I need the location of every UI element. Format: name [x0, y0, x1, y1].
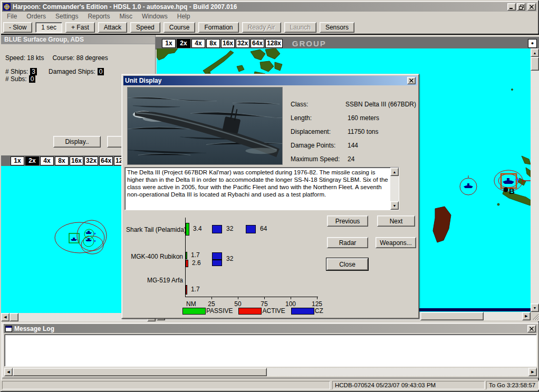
- zoom-2x-button[interactable]: 2x: [25, 156, 39, 165]
- sensor-name: MGK-400 Rubikon: [126, 253, 183, 260]
- message-log-close-button[interactable]: [527, 325, 536, 332]
- scroll-down-icon[interactable]: ▼: [531, 303, 539, 312]
- description-scrollbar[interactable]: ▲ ▼: [390, 168, 399, 210]
- close-button[interactable]: [527, 3, 536, 11]
- group-map-title: GROUP: [292, 39, 326, 48]
- legend-label: CZ: [315, 307, 323, 315]
- restore-button[interactable]: [517, 3, 525, 11]
- zoom-64x-button[interactable]: 64x: [251, 39, 264, 48]
- range-bar-active: [186, 285, 187, 295]
- menu-settings[interactable]: Settings: [51, 12, 83, 21]
- svg-text:»: »: [93, 239, 96, 243]
- message-log-window: Message Log ◀ ▶: [2, 322, 539, 378]
- toolbar-attack-button[interactable]: Attack: [98, 22, 127, 33]
- resize-grip[interactable]: [531, 312, 539, 320]
- close-icon: [530, 327, 534, 331]
- menu-misc[interactable]: Misc: [114, 12, 137, 21]
- minimize-icon: [509, 5, 514, 9]
- range-bar-passive: [186, 252, 187, 259]
- message-log-hscroll-thumb[interactable]: [13, 368, 267, 376]
- zoom-128x-button[interactable]: 128x: [265, 39, 283, 48]
- minimize-button[interactable]: [507, 3, 516, 11]
- zoom-32x-button[interactable]: 32x: [236, 39, 249, 48]
- group-map-vscroll-thumb[interactable]: [531, 57, 539, 71]
- message-log-title-text: Message Log: [14, 325, 54, 332]
- range-bar-passive: [186, 223, 189, 236]
- scroll-up-icon[interactable]: ▲: [390, 168, 399, 176]
- cz-range-box: [246, 225, 256, 233]
- zoom-4x-button[interactable]: 4x: [191, 39, 205, 48]
- group-panel-title: BLUE Surface Group, ADS: [1, 35, 155, 44]
- toolbar-formation-button[interactable]: Formation: [198, 22, 238, 33]
- display-button[interactable]: Display..: [53, 136, 101, 148]
- stat-value: SSBN Delta III (667BDR): [345, 101, 416, 108]
- chart-tick: 25: [205, 300, 218, 308]
- radar-button[interactable]: Radar: [327, 237, 368, 248]
- unit-display-dialog: Unit Display: [121, 74, 419, 319]
- range-value: 2.6: [192, 259, 201, 267]
- zoom-1x-button[interactable]: 1x: [162, 39, 176, 48]
- toolbar-sensors-button[interactable]: Sensors: [320, 22, 354, 33]
- scroll-right-icon[interactable]: ▶: [528, 368, 537, 376]
- group-map-vscrollbar[interactable]: ▲ ▼: [531, 48, 539, 312]
- menu-help[interactable]: Help: [172, 12, 195, 21]
- cz-range-value: 32: [226, 225, 233, 232]
- scroll-left-icon[interactable]: ◀: [1, 313, 9, 321]
- legend-swatch: [182, 308, 206, 315]
- zoom-8x-button[interactable]: 8x: [55, 156, 69, 165]
- toolbar: - Slow1 sec+ FastAttackSpeedCourseFormat…: [2, 21, 537, 34]
- message-log-titlebar[interactable]: Message Log: [4, 324, 537, 333]
- toolbar-speed-button[interactable]: Speed: [130, 22, 160, 33]
- scroll-right-icon[interactable]: ▶: [522, 312, 531, 320]
- zoom-64x-button[interactable]: 64x: [99, 156, 113, 165]
- zoom-16x-button[interactable]: 16x: [221, 39, 235, 48]
- chart-tick: 125: [310, 300, 324, 308]
- unit-dialog-titlebar[interactable]: Unit Display: [123, 76, 417, 85]
- dialog-close-button[interactable]: [407, 77, 416, 84]
- menu-reports[interactable]: Reports: [83, 12, 114, 21]
- cz-range-box: [212, 252, 222, 266]
- toolbar-slow-button[interactable]: - Slow: [3, 22, 32, 33]
- weapons-button[interactable]: Weapons...: [376, 237, 416, 248]
- stat-value: 144: [348, 142, 358, 149]
- chart-axis: [238, 297, 238, 299]
- left-map-hscroll-thumb[interactable]: [9, 313, 18, 321]
- zoom-4x-button[interactable]: 4x: [40, 156, 54, 165]
- previous-button[interactable]: Previous: [327, 215, 368, 227]
- zoom-16x-button[interactable]: 16x: [70, 156, 83, 165]
- legend-label: ACTIVE: [262, 307, 285, 315]
- group-map-hscroll-thumb[interactable]: [420, 312, 484, 320]
- map-mode-button[interactable]: ●: [528, 39, 537, 48]
- zoom-1x-button[interactable]: 1x: [11, 156, 24, 165]
- message-log-content[interactable]: [4, 334, 537, 367]
- toolbar-1-sec-button[interactable]: 1 sec: [35, 22, 62, 33]
- unit-dialog-title-text: Unit Display: [125, 77, 161, 84]
- close-button[interactable]: Close: [326, 258, 368, 270]
- toolbar-fast-button[interactable]: + Fast: [65, 22, 95, 33]
- menu-windows[interactable]: Windows: [137, 12, 172, 21]
- window-icon: [5, 326, 12, 332]
- scroll-down-icon[interactable]: ▼: [390, 201, 399, 210]
- zoom-32x-button[interactable]: 32x: [84, 156, 98, 165]
- cz-range-value: 32: [226, 255, 233, 262]
- zoom-2x-button[interactable]: 2x: [177, 39, 190, 48]
- cz-range-value: 64: [260, 225, 267, 232]
- menu-orders[interactable]: Orders: [22, 12, 51, 21]
- zoom-8x-button[interactable]: 8x: [206, 39, 220, 48]
- range-value: 3.4: [193, 225, 202, 232]
- range-value: 1.7: [191, 286, 200, 293]
- next-button[interactable]: Next: [377, 215, 415, 227]
- scroll-up-icon[interactable]: ▲: [531, 48, 539, 57]
- svg-text:»: »: [93, 231, 96, 236]
- menu-file[interactable]: File: [2, 12, 22, 21]
- toolbar-launch-button: Launch: [284, 22, 316, 33]
- status-spacer: [2, 381, 330, 389]
- legend-label: PASSIVE: [206, 307, 233, 315]
- toolbar-course-button[interactable]: Course: [163, 22, 196, 33]
- close-icon: [409, 79, 413, 83]
- stat-row: Damage Points:144: [291, 139, 416, 152]
- scroll-left-icon[interactable]: ◀: [4, 368, 13, 376]
- chart-axis: [264, 297, 265, 299]
- subs-label: # Subs:: [5, 75, 27, 83]
- message-log-hscrollbar[interactable]: ◀ ▶: [4, 368, 537, 376]
